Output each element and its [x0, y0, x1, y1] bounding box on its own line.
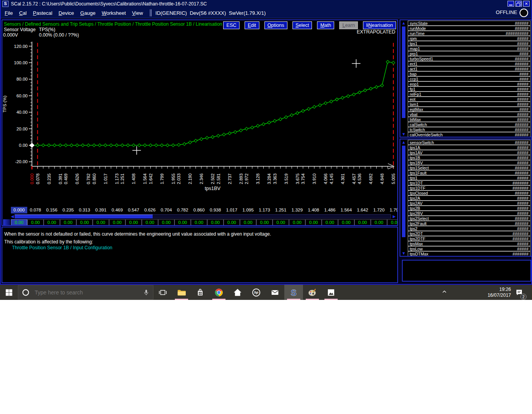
x-header-cell[interactable]: 1.642: [354, 207, 371, 213]
taskbar-photos-button[interactable]: [322, 285, 340, 300]
menu-view[interactable]: View: [132, 10, 143, 16]
x-header-cell[interactable]: 1.329: [289, 207, 305, 213]
value-cell[interactable]: 0.00: [224, 219, 240, 226]
select-button[interactable]: Select: [292, 21, 312, 29]
x-header-cell[interactable]: 0.860: [191, 207, 207, 213]
watch-row-map1[interactable]: map1#####: [408, 46, 530, 51]
watch-row-rpm[interactable]: rpm#####: [408, 36, 530, 41]
search-input[interactable]: [34, 289, 138, 296]
value-cell[interactable]: 0.00: [174, 219, 191, 226]
watch-row-tps2Select[interactable]: tps2Select######: [408, 216, 530, 221]
watch-row-tpsClosed[interactable]: tpsClosed######: [408, 190, 530, 196]
taskbar-file-explorer-button[interactable]: [172, 285, 191, 300]
watch-row-tps1A[interactable]: tps1A#####: [408, 145, 530, 150]
watch-row-tps2AV[interactable]: tps2AV#####: [408, 201, 530, 206]
watch-row-bap[interactable]: bap####: [408, 71, 530, 76]
input-configuration-link[interactable]: Throttle Position Sensor 1B / Input Conf…: [12, 245, 112, 250]
menu-gauge[interactable]: Gauge: [80, 10, 95, 16]
watch-row-syncState[interactable]: syncState######: [408, 21, 530, 26]
x-header-cell[interactable]: 0.235: [60, 207, 76, 213]
value-cell[interactable]: 0.00: [338, 219, 354, 226]
taskbar-home-button[interactable]: [228, 285, 247, 300]
watch-row-runTime[interactable]: runTime##########: [408, 31, 530, 36]
watch-row-act1[interactable]: act1######: [408, 66, 530, 71]
microphone-icon[interactable]: [142, 289, 150, 296]
scroll-up-icon[interactable]: ▲: [402, 21, 406, 25]
action-center-button[interactable]: 2: [511, 288, 527, 297]
watch-row-tps1Select[interactable]: tps1Select######: [408, 165, 530, 170]
watch-row-tps2DTF[interactable]: tps2DTF#######: [408, 236, 530, 241]
taskbar-search-box[interactable]: [18, 285, 153, 299]
menu-device[interactable]: Device: [58, 10, 74, 16]
taskbar-paint-button[interactable]: [303, 285, 322, 300]
start-button[interactable]: [0, 285, 18, 300]
x-header-cell[interactable]: 1.720: [371, 207, 387, 213]
watch-row-btMax[interactable]: btMax#####: [408, 117, 530, 122]
taskbar-store-button[interactable]: [191, 285, 210, 300]
watch-row-eop1[interactable]: eop1#####: [408, 81, 530, 86]
math-button[interactable]: Math: [317, 21, 334, 29]
scroll-down-icon[interactable]: ▼: [402, 251, 406, 255]
watch-row-relFp1[interactable]: relFp1#####: [408, 92, 530, 97]
watch-row-tcSwitch[interactable]: tcSwitch######: [408, 127, 530, 132]
watch-row-ccp1[interactable]: ccp1####: [408, 76, 530, 81]
linearisation-button[interactable]: liNearisation: [363, 21, 396, 29]
taskbar-chrome-button[interactable]: [210, 285, 228, 300]
x-header-cell[interactable]: 0.782: [174, 207, 191, 213]
x-header-cell[interactable]: 0.313: [76, 207, 93, 213]
value-cell[interactable]: 0.00: [125, 219, 142, 226]
x-header-cell[interactable]: 0.078: [27, 207, 44, 213]
menu-cal[interactable]: Cal: [19, 10, 27, 16]
value-cell[interactable]: 0.00: [191, 219, 207, 226]
value-cell[interactable]: 0.00: [387, 219, 398, 226]
watch-row-tps1AV[interactable]: tps1AV#####: [408, 150, 530, 155]
watch-row-tps1Fault[interactable]: tps1Fault######: [408, 170, 530, 175]
watch-row-vbat[interactable]: vbat#####: [408, 112, 530, 117]
taskbar-scal-button[interactable]: S: [284, 285, 303, 300]
value-cell[interactable]: 0.00: [142, 219, 158, 226]
esc-button[interactable]: ESC: [223, 21, 240, 29]
x-header-cell[interactable]: 1.017: [224, 207, 240, 213]
watch-row-tps1[interactable]: tps1#####: [408, 41, 530, 46]
watch-row-tps1DTF[interactable]: tps1DTF#######: [408, 185, 530, 190]
scrollbar-track[interactable]: [14, 214, 391, 218]
edit-button[interactable]: Edit: [245, 21, 259, 29]
close-button[interactable]: ✕: [523, 1, 530, 7]
value-cell[interactable]: 0.00: [158, 219, 174, 226]
watch-row-tps2BV[interactable]: tps2BV#####: [408, 211, 530, 216]
restore-button[interactable]: [515, 1, 522, 7]
watch-row-fp1[interactable]: fp1#####: [408, 86, 530, 92]
x-header-cell[interactable]: 0.469: [109, 207, 125, 213]
scroll-left-icon[interactable]: ◀: [11, 214, 14, 219]
value-cell[interactable]: 0.00: [289, 219, 305, 226]
watch-row-eot[interactable]: eot#####: [408, 97, 530, 102]
watch-row-tps2Fault[interactable]: tps2Fault######: [408, 221, 530, 226]
x-header-cell[interactable]: 0.000: [11, 207, 27, 213]
watch-row-sensorSwitch[interactable]: sensorSwitch######: [408, 140, 530, 145]
menu-file[interactable]: File: [5, 10, 13, 16]
taskbar-mail-button[interactable]: [266, 285, 284, 300]
watch-row-egtMax[interactable]: egtMax####: [408, 107, 530, 112]
scrollbar-thumb[interactable]: [15, 215, 153, 218]
x-header-cell[interactable]: 1.408: [305, 207, 322, 213]
value-cell[interactable]: 0.00: [273, 219, 289, 226]
table-row-header[interactable]: [3, 219, 10, 226]
watch-row-prp1[interactable]: prp1####: [408, 51, 530, 56]
options-button[interactable]: Options: [264, 21, 287, 29]
value-cell[interactable]: 0.00: [305, 219, 322, 226]
watch-row-tps2DT[interactable]: tps2DT#######: [408, 231, 530, 236]
value-cell[interactable]: 0.00: [60, 219, 76, 226]
taskbar-clock[interactable]: 19:26 16/07/2017: [483, 287, 511, 298]
scroll-up-icon[interactable]: ▲: [402, 140, 406, 144]
watch-row-tpsDTMax[interactable]: tpsDTMax#######: [408, 251, 530, 256]
watch-row-calSwitch[interactable]: calSwitch######: [408, 122, 530, 127]
x-header-cell[interactable]: 0.547: [125, 207, 142, 213]
value-cell[interactable]: 0.00: [207, 219, 224, 226]
value-cell[interactable]: 0.00: [371, 219, 387, 226]
x-header-cell[interactable]: 0.704: [158, 207, 174, 213]
x-header-cell[interactable]: 1.251: [273, 207, 289, 213]
watch-row-tps2A[interactable]: tps2A#####: [408, 196, 530, 201]
menu-worksheet[interactable]: Worksheet: [102, 10, 126, 16]
value-cell[interactable]: 0.00: [109, 219, 125, 226]
minimize-button[interactable]: [507, 1, 514, 7]
